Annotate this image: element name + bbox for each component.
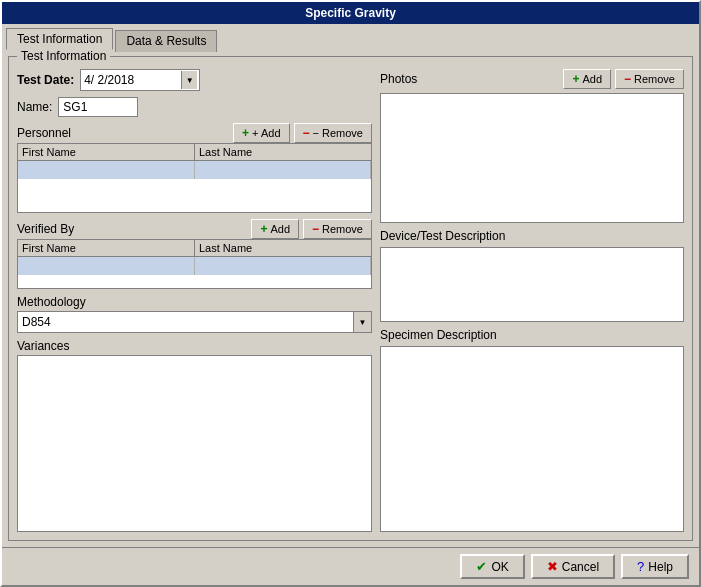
tab-data-results[interactable]: Data & Results <box>115 30 217 52</box>
remove-icon: − <box>312 222 319 236</box>
specimen-box <box>380 346 684 532</box>
photos-add-button[interactable]: + Add <box>563 69 611 89</box>
tab-bar: Test Information Data & Results <box>2 24 699 50</box>
personnel-col-firstname: First Name <box>18 144 195 160</box>
help-label: Help <box>648 560 673 574</box>
dialog-body: Test Information Test Date: 4/ 2/2018 ▼ <box>2 50 699 547</box>
remove-icon: − <box>624 72 631 86</box>
date-input[interactable]: 4/ 2/2018 ▼ <box>80 69 200 91</box>
specimen-section: Specimen Description <box>380 328 684 532</box>
add-icon: + <box>572 72 579 86</box>
methodology-dropdown-button[interactable]: ▼ <box>353 312 371 332</box>
personnel-row-1[interactable] <box>18 161 371 179</box>
verified-add-button[interactable]: + Add <box>251 219 299 239</box>
photos-buttons: + Add − Remove <box>563 69 684 89</box>
date-value: 4/ 2/2018 <box>83 72 181 88</box>
ok-label: OK <box>491 560 508 574</box>
verified-grid-header: First Name Last Name <box>18 240 371 257</box>
verified-buttons: + Add − Remove <box>251 219 372 239</box>
variances-label: Variances <box>17 339 372 353</box>
cancel-label: Cancel <box>562 560 599 574</box>
photos-header: Photos + Add − Remove <box>380 69 684 89</box>
personnel-section: Personnel + + Add − − Remove <box>17 123 372 213</box>
personnel-grid: First Name Last Name <box>17 143 372 213</box>
verified-cell <box>18 257 195 275</box>
test-information-group: Test Information Test Date: 4/ 2/2018 ▼ <box>8 56 693 541</box>
groupbox-legend: Test Information <box>17 50 110 63</box>
verified-cell <box>195 257 372 275</box>
left-column: Test Date: 4/ 2/2018 ▼ Name: <box>17 69 372 532</box>
dialog-title: Specific Gravity <box>2 2 699 24</box>
personnel-grid-header: First Name Last Name <box>18 144 371 161</box>
name-input[interactable] <box>58 97 138 117</box>
help-button[interactable]: ? Help <box>621 554 689 579</box>
right-column: Photos + Add − Remove <box>380 69 684 532</box>
personnel-cell <box>18 161 195 179</box>
photos-box <box>380 93 684 223</box>
personnel-buttons: + + Add − − Remove <box>233 123 372 143</box>
methodology-section: Methodology D854 ▼ <box>17 295 372 333</box>
personnel-remove-button[interactable]: − − Remove <box>294 123 372 143</box>
test-date-row: Test Date: 4/ 2/2018 ▼ <box>17 69 372 91</box>
personnel-grid-body[interactable] <box>18 161 371 207</box>
tab-test-information[interactable]: Test Information <box>6 28 113 50</box>
verified-section: Verified By + Add − Remove <box>17 219 372 289</box>
device-section: Device/Test Description <box>380 229 684 322</box>
verified-row-1[interactable] <box>18 257 371 275</box>
main-content: Test Date: 4/ 2/2018 ▼ Name: <box>17 69 684 532</box>
personnel-cell <box>195 161 372 179</box>
verified-col-lastname: Last Name <box>195 240 371 256</box>
personnel-add-button[interactable]: + + Add <box>233 123 289 143</box>
cancel-button[interactable]: ✖ Cancel <box>531 554 615 579</box>
help-icon: ? <box>637 559 644 574</box>
ok-icon: ✔ <box>476 559 487 574</box>
device-label: Device/Test Description <box>380 229 684 243</box>
cancel-icon: ✖ <box>547 559 558 574</box>
personnel-header: Personnel + + Add − − Remove <box>17 123 372 143</box>
ok-button[interactable]: ✔ OK <box>460 554 524 579</box>
photos-label: Photos <box>380 72 417 86</box>
personnel-col-lastname: Last Name <box>195 144 371 160</box>
device-box <box>380 247 684 322</box>
add-icon: + <box>242 126 249 140</box>
verified-label: Verified By <box>17 222 74 236</box>
date-dropdown-button[interactable]: ▼ <box>181 71 197 89</box>
name-label: Name: <box>17 100 52 114</box>
test-date-label: Test Date: <box>17 73 74 87</box>
dialog: Specific Gravity Test Information Data &… <box>0 0 701 587</box>
verified-grid: First Name Last Name <box>17 239 372 289</box>
name-row: Name: <box>17 97 372 117</box>
dialog-footer: ✔ OK ✖ Cancel ? Help <box>2 547 699 585</box>
personnel-label: Personnel <box>17 126 71 140</box>
methodology-select[interactable]: D854 ▼ <box>17 311 372 333</box>
verified-col-firstname: First Name <box>18 240 195 256</box>
add-icon: + <box>260 222 267 236</box>
variances-section: Variances <box>17 339 372 532</box>
verified-grid-body[interactable] <box>18 257 371 283</box>
photos-section: Photos + Add − Remove <box>380 69 684 223</box>
specimen-label: Specimen Description <box>380 328 684 342</box>
verified-remove-button[interactable]: − Remove <box>303 219 372 239</box>
verified-header: Verified By + Add − Remove <box>17 219 372 239</box>
remove-icon: − <box>303 126 310 140</box>
variances-textarea[interactable] <box>17 355 372 532</box>
methodology-label: Methodology <box>17 295 86 309</box>
methodology-value: D854 <box>18 313 353 331</box>
photos-remove-button[interactable]: − Remove <box>615 69 684 89</box>
